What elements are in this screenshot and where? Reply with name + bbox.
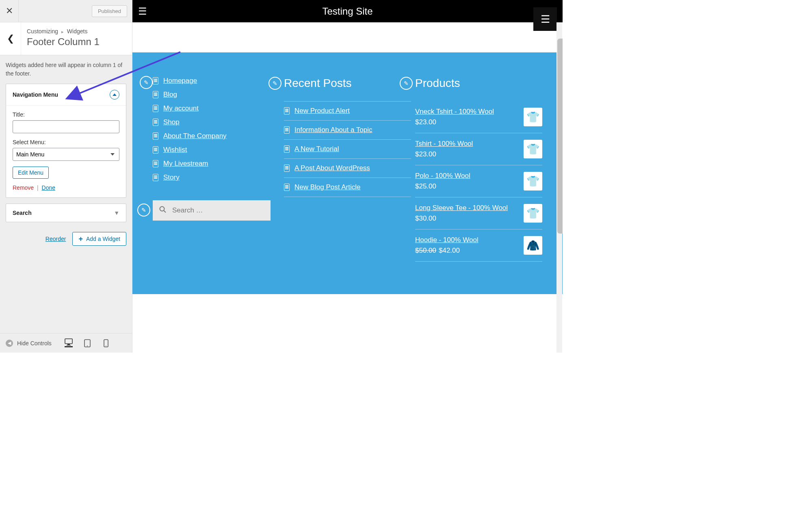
- post-link[interactable]: A Post About WordPress: [294, 164, 370, 172]
- pencil-icon: ✎: [404, 80, 409, 87]
- document-icon: [284, 165, 290, 172]
- widget-title-input[interactable]: [13, 120, 119, 133]
- product-item: Polo - 100% Wool$25.00👕: [415, 165, 542, 197]
- nav-menu-item: My account: [153, 104, 280, 113]
- done-widget-link[interactable]: Done: [42, 184, 55, 191]
- add-widget-label: Add a Widget: [86, 236, 120, 242]
- products-list: Vneck Tshirt - 100% Wool$23.00👕Tshirt - …: [415, 101, 542, 262]
- product-thumbnail: 👕: [524, 172, 542, 191]
- edit-widget-shortcut[interactable]: ✎: [137, 204, 150, 217]
- product-thumbnail: 👕: [524, 108, 542, 126]
- product-item: Hoodie - 100% Wool$50.00$42.00🧥: [415, 230, 542, 262]
- device-desktop-button[interactable]: [65, 339, 73, 347]
- edit-widget-shortcut[interactable]: ✎: [400, 77, 413, 90]
- nav-menu-item: About The Company: [153, 132, 280, 140]
- document-icon: [153, 146, 158, 154]
- nav-link[interactable]: Story: [163, 173, 180, 182]
- post-link[interactable]: New Blog Post Article: [294, 183, 361, 191]
- product-link[interactable]: Tshirt - 100% Wool: [415, 140, 519, 148]
- device-tablet-button[interactable]: [83, 339, 91, 347]
- chevron-right-icon: ▸: [61, 29, 64, 34]
- document-icon: [153, 174, 158, 181]
- reorder-link[interactable]: Reorder: [45, 236, 66, 242]
- recent-post-item: New Product Alert: [284, 102, 411, 121]
- search-widget[interactable]: ✎ Search …: [153, 200, 271, 221]
- device-preview-toggles: [65, 339, 110, 347]
- customizer-sidebar: ✕ Published ❮ Customizing ▸ Widgets Foot…: [0, 0, 132, 353]
- close-customizer-button[interactable]: ✕: [0, 0, 19, 22]
- breadcrumb: Customizing ▸ Widgets: [27, 28, 125, 35]
- product-price: $50.00$42.00: [415, 247, 519, 255]
- product-price: $23.00: [415, 150, 519, 158]
- product-item: Tshirt - 100% Wool$23.00👕: [415, 133, 542, 165]
- product-link[interactable]: Hoodie - 100% Wool: [415, 236, 519, 244]
- widget-header[interactable]: Search ▼: [6, 204, 126, 222]
- add-widget-button[interactable]: + Add a Widget: [72, 232, 126, 246]
- nav-menu-item: Blog: [153, 91, 280, 99]
- document-icon: [284, 145, 290, 153]
- search-placeholder: Search …: [172, 206, 203, 214]
- product-link[interactable]: Long Sleeve Tee - 100% Wool: [415, 204, 519, 212]
- product-thumbnail: 👕: [524, 204, 542, 223]
- menu-icon[interactable]: ☰: [138, 6, 147, 17]
- collapse-left-icon: ◀: [6, 340, 13, 347]
- svg-point-4: [87, 345, 88, 346]
- select-menu-dropdown[interactable]: Main Menu: [13, 148, 119, 161]
- edit-widget-shortcut[interactable]: ✎: [140, 76, 153, 89]
- widget-actions: Remove | Done: [13, 184, 119, 191]
- back-button[interactable]: ❮: [0, 22, 21, 55]
- product-item: Long Sleeve Tee - 100% Wool$30.00👕: [415, 197, 542, 230]
- breadcrumb-section[interactable]: Widgets: [67, 28, 88, 35]
- widget-header[interactable]: Navigation Menu: [6, 84, 126, 106]
- hide-controls-button[interactable]: ◀ Hide Controls: [6, 340, 52, 347]
- post-link[interactable]: New Product Alert: [294, 107, 350, 115]
- document-icon: [153, 132, 158, 140]
- edit-menu-button[interactable]: Edit Menu: [13, 167, 49, 179]
- nav-link[interactable]: Blog: [163, 91, 177, 99]
- nav-link[interactable]: About The Company: [163, 132, 227, 140]
- recent-post-item: Information About a Topic: [284, 121, 411, 140]
- nav-link[interactable]: Shop: [163, 118, 180, 126]
- preview-topbar: ☰ Testing Site: [132, 0, 563, 22]
- menu-icon-right[interactable]: ☰: [533, 7, 557, 31]
- product-thumbnail: 👕: [524, 140, 542, 158]
- post-link[interactable]: A New Tutorial: [294, 145, 339, 153]
- edit-widget-shortcut[interactable]: ✎: [269, 77, 281, 90]
- recent-post-item: A New Tutorial: [284, 140, 411, 159]
- footer-widgets-area: ✎ HomepageBlogMy accountShopAbout The Co…: [132, 52, 563, 294]
- site-title: Testing Site: [322, 6, 372, 17]
- plus-icon: +: [78, 235, 83, 243]
- post-link[interactable]: Information About a Topic: [294, 126, 372, 134]
- pencil-icon: ✎: [141, 207, 146, 213]
- site-preview: ☰ Testing Site ☰ ✎ HomepageBlogMy accoun…: [132, 0, 563, 353]
- document-icon: [284, 126, 290, 134]
- product-price: $23.00: [415, 118, 519, 126]
- device-mobile-button[interactable]: [102, 339, 110, 347]
- nav-menu-list: HomepageBlogMy accountShopAbout The Comp…: [153, 77, 280, 182]
- document-icon: [284, 107, 290, 115]
- nav-link[interactable]: My account: [163, 104, 199, 113]
- document-icon: [153, 119, 158, 126]
- product-link[interactable]: Polo - 100% Wool: [415, 172, 519, 180]
- title-field-label: Title:: [13, 111, 119, 118]
- recent-posts-list: New Product AlertInformation About a Top…: [284, 101, 411, 197]
- widget-card-search: Search ▼: [6, 204, 126, 222]
- product-link[interactable]: Vneck Tshirt - 100% Wool: [415, 108, 519, 116]
- widget-name-label: Navigation Menu: [13, 91, 58, 98]
- svg-point-6: [106, 345, 106, 346]
- recent-posts-heading: ✎ Recent Posts: [284, 77, 411, 90]
- chevron-down-icon: ▼: [114, 210, 119, 216]
- nav-link[interactable]: Homepage: [163, 77, 197, 85]
- pencil-icon: ✎: [144, 79, 149, 86]
- publish-status-button[interactable]: Published: [92, 5, 127, 17]
- scrollbar[interactable]: [556, 22, 562, 353]
- breadcrumb-bar: ❮ Customizing ▸ Widgets Footer Column 1: [0, 22, 132, 55]
- remove-widget-link[interactable]: Remove: [13, 184, 34, 191]
- nav-link[interactable]: Wishlist: [163, 146, 187, 154]
- footer-column-3: ✎ Products Vneck Tshirt - 100% Wool$23.0…: [415, 77, 542, 262]
- svg-rect-1: [67, 344, 70, 345]
- collapse-icon[interactable]: [110, 90, 119, 100]
- document-icon: [153, 91, 158, 98]
- recent-post-item: A Post About WordPress: [284, 159, 411, 178]
- nav-link[interactable]: My Livestream: [163, 160, 208, 168]
